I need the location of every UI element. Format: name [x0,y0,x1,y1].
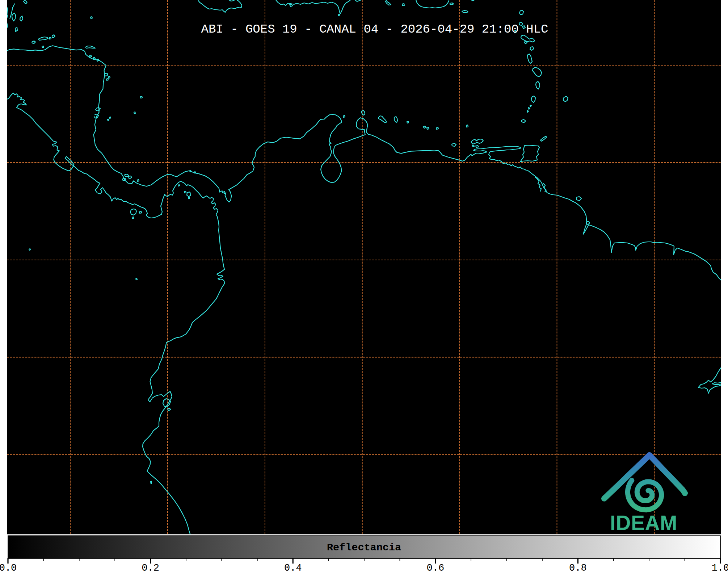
svg-text:0.0: 0.0 [0,563,17,571]
svg-text:0.8: 0.8 [569,563,587,571]
svg-text:0.4: 0.4 [284,563,302,571]
svg-text:ABI - GOES 19 - CANAL 04 - 202: ABI - GOES 19 - CANAL 04 - 2026-04-29 21… [201,22,548,36]
svg-text:0.2: 0.2 [142,563,159,571]
svg-text:1.0: 1.0 [712,563,728,571]
svg-text:0.6: 0.6 [426,563,444,571]
svg-text:IDEAM: IDEAM [610,511,677,534]
svg-text:Reflectancia: Reflectancia [327,542,401,554]
